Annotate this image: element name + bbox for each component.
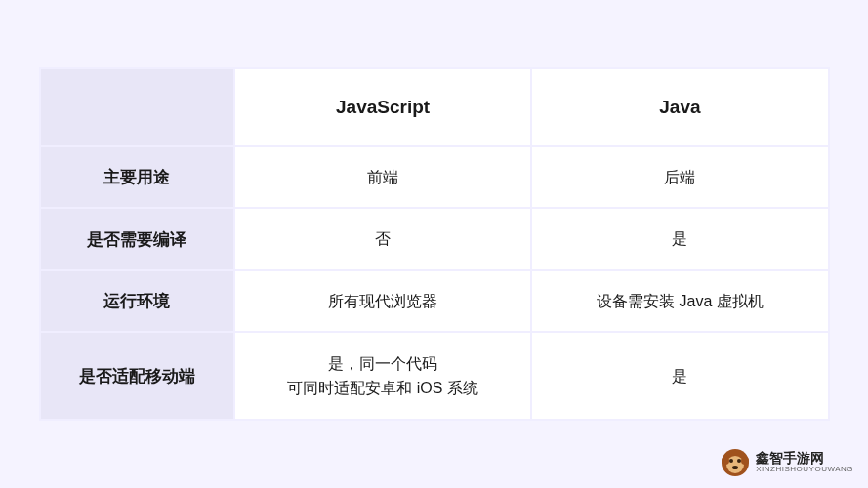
svg-point-5 bbox=[722, 457, 729, 465]
row-header-compile: 是否需要编译 bbox=[40, 208, 234, 270]
column-header-js: JavaScript bbox=[234, 68, 531, 146]
svg-point-3 bbox=[737, 459, 741, 463]
row-header-usage: 主要用途 bbox=[40, 146, 234, 209]
watermark-name-en: XINZHISHOUYOUWANG bbox=[756, 466, 853, 474]
cell-js-mobile: 是，同一个代码可同时适配安卓和 iOS 系统 bbox=[234, 332, 531, 420]
cell-java-compile: 是 bbox=[531, 208, 828, 270]
cell-js-usage: 前端 bbox=[234, 146, 531, 209]
table: JavaScript Java 主要用途 前端 后端 是否需要编译 否 是 运行… bbox=[39, 67, 830, 422]
table-row: 运行环境 所有现代浏览器 设备需安装 Java 虚拟机 bbox=[40, 270, 829, 333]
row-header-runtime: 运行环境 bbox=[40, 270, 234, 333]
svg-point-6 bbox=[741, 457, 749, 465]
monkey-logo-icon bbox=[720, 447, 751, 478]
corner-cell bbox=[40, 68, 234, 146]
svg-point-2 bbox=[729, 459, 733, 463]
cell-js-runtime: 所有现代浏览器 bbox=[234, 270, 531, 333]
watermark-text: 鑫智手游网 XINZHISHOUYOUWANG bbox=[756, 451, 853, 474]
svg-point-1 bbox=[726, 456, 744, 473]
cell-js-compile: 否 bbox=[234, 208, 531, 270]
table-row: 是否适配移动端 是，同一个代码可同时适配安卓和 iOS 系统 是 bbox=[40, 332, 829, 420]
comparison-table: JavaScript Java 主要用途 前端 后端 是否需要编译 否 是 运行… bbox=[39, 67, 830, 422]
svg-point-4 bbox=[732, 466, 738, 469]
watermark: 鑫智手游网 XINZHISHOUYOUWANG bbox=[720, 447, 853, 478]
watermark-name-cn: 鑫智手游网 bbox=[756, 451, 853, 466]
cell-java-mobile: 是 bbox=[531, 332, 828, 420]
cell-java-usage: 后端 bbox=[531, 146, 828, 209]
cell-java-runtime: 设备需安装 Java 虚拟机 bbox=[531, 270, 828, 333]
column-header-java: Java bbox=[531, 68, 828, 146]
table-header-row: JavaScript Java bbox=[40, 68, 829, 146]
table-row: 主要用途 前端 后端 bbox=[40, 146, 829, 209]
row-header-mobile: 是否适配移动端 bbox=[40, 332, 234, 420]
table-row: 是否需要编译 否 是 bbox=[40, 208, 829, 270]
